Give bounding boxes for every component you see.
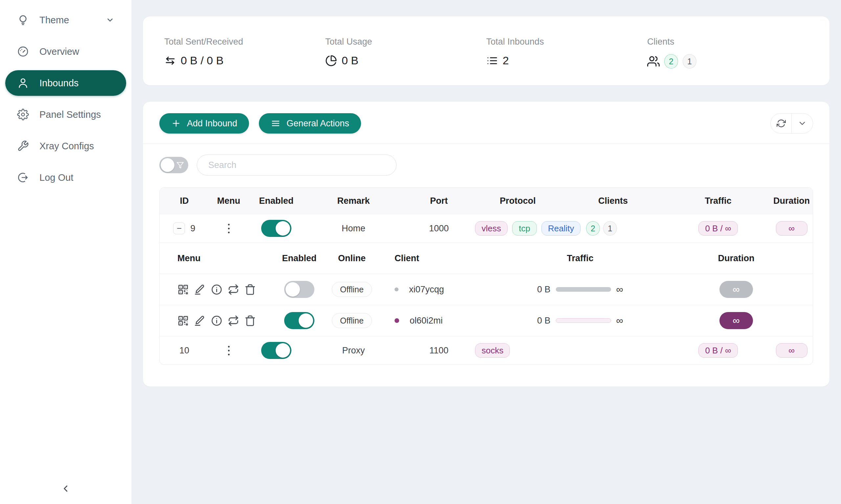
stat-total-inbounds: Total Inbounds 2 — [486, 37, 647, 85]
duration-pill[interactable]: ∞ — [776, 343, 807, 358]
filter-toggle[interactable] — [159, 157, 188, 173]
client-enabled-toggle[interactable] — [284, 312, 314, 329]
sidebar-item-label: Inbounds — [39, 78, 79, 89]
inbound-id: 9 — [190, 223, 195, 234]
traffic-pill: 0 B / ∞ — [699, 221, 738, 236]
clients-online-badge: 2 — [664, 54, 678, 69]
client-name: ol60i2mi — [410, 316, 443, 326]
sidebar-item-label: Panel Settings — [39, 109, 101, 120]
general-actions-label: General Actions — [287, 119, 349, 129]
add-inbound-button[interactable]: Add Inbound — [159, 113, 249, 133]
table-row-inbound-9: − 9 Home 1000 vless tcp Reality 2 — [160, 214, 813, 242]
protocol-tag-tcp: tcp — [512, 221, 537, 236]
sidebar-item-label: Theme — [39, 15, 69, 25]
reset-traffic-icon[interactable] — [228, 315, 239, 326]
subcol-header-client: Client — [377, 243, 474, 274]
general-actions-button[interactable]: General Actions — [259, 113, 361, 133]
subcol-header-menu: Menu — [160, 243, 271, 274]
clients-deactive-badge: 1 — [683, 54, 697, 69]
chevron-down-icon — [106, 16, 114, 24]
client-row-ol60i2mi: Offline ol60i2mi 0 B ∞ ∞ — [160, 305, 813, 336]
stat-total-sent-received: Total Sent/Received 0 B / 0 B — [164, 37, 325, 85]
inbound-port: 1100 — [403, 336, 475, 364]
stat-label: Total Usage — [325, 37, 486, 47]
stat-value: 0 B / 0 B — [181, 54, 223, 67]
table-header-row: ID Menu Enabled Remark Port Protocol Cli… — [160, 188, 813, 214]
inbound-port: 1000 — [403, 214, 475, 242]
row-menu-button[interactable] — [226, 222, 231, 235]
qr-code-icon[interactable] — [177, 284, 189, 295]
auto-refresh-dropdown-button[interactable] — [792, 113, 813, 133]
list-icon — [486, 55, 498, 67]
online-status-pill: Offline — [332, 282, 372, 297]
sidebar-item-xray-configs[interactable]: Xray Configs — [5, 133, 126, 159]
gauge-icon — [17, 46, 29, 57]
inbound-remark: Home — [304, 214, 403, 242]
sidebar-collapse-button[interactable] — [0, 483, 132, 496]
pie-chart-icon — [325, 55, 337, 67]
people-icon — [647, 55, 660, 68]
subcol-header-duration: Duration — [687, 243, 786, 274]
client-duration-button[interactable]: ∞ — [719, 312, 753, 329]
client-status-dot — [395, 287, 398, 291]
sidebar-item-inbounds[interactable]: Inbounds — [5, 70, 126, 96]
traffic-pill: 0 B / ∞ — [699, 343, 738, 358]
col-header-enabled: Enabled — [248, 188, 304, 214]
transfer-arrows-icon — [164, 55, 176, 67]
stat-clients: Clients 2 1 — [647, 37, 808, 85]
protocol-tag-socks: socks — [475, 343, 510, 358]
infinity-symbol: ∞ — [616, 284, 623, 295]
wrench-icon — [17, 140, 29, 152]
client-row-xi07ycqg: Offline xi07ycqg 0 B ∞ ∞ — [160, 274, 813, 305]
toggle-knob — [161, 158, 174, 172]
traffic-used: 0 B — [537, 285, 551, 295]
inbounds-panel: Add Inbound General Actions — [143, 102, 829, 386]
edit-pencil-icon[interactable] — [194, 315, 206, 326]
edit-pencil-icon[interactable] — [194, 284, 206, 295]
lightbulb-icon — [17, 14, 29, 26]
protocol-tag-vless: vless — [475, 221, 508, 236]
col-header-clients: Clients — [561, 188, 666, 214]
sidebar-item-panel-settings[interactable]: Panel Settings — [5, 102, 126, 127]
subcol-header-enabled: Enabled — [271, 243, 327, 274]
gear-icon — [17, 109, 29, 121]
search-input[interactable] — [197, 155, 396, 176]
col-header-id: ID — [160, 188, 209, 214]
reset-traffic-icon[interactable] — [228, 284, 239, 295]
refresh-button[interactable] — [771, 113, 792, 133]
inbound-enabled-toggle[interactable] — [261, 220, 291, 237]
traffic-used: 0 B — [537, 316, 551, 326]
toolbar: Add Inbound General Actions — [143, 102, 829, 143]
sidebar: Theme Overview Inbounds Panel Settings X… — [0, 0, 132, 504]
sidebar-item-overview[interactable]: Overview — [5, 39, 126, 64]
logout-icon — [17, 172, 29, 183]
sidebar-item-log-out[interactable]: Log Out — [5, 165, 126, 190]
col-header-port: Port — [403, 188, 475, 214]
sidebar-item-label: Xray Configs — [39, 141, 94, 151]
qr-code-icon[interactable] — [177, 315, 189, 326]
trash-icon[interactable] — [244, 284, 256, 295]
info-icon[interactable] — [211, 284, 222, 295]
row-clients-online-badge: 2 — [586, 221, 600, 236]
info-icon[interactable] — [211, 315, 222, 326]
stat-label: Clients — [647, 37, 808, 47]
col-header-traffic: Traffic — [666, 188, 771, 214]
client-enabled-toggle[interactable] — [284, 281, 314, 298]
trash-icon[interactable] — [244, 315, 256, 326]
chevron-left-icon — [60, 483, 71, 496]
clients-subtable-header: Menu Enabled Online Client Traffic Durat… — [160, 242, 813, 274]
col-header-protocol: Protocol — [475, 188, 561, 214]
stat-value: 2 — [503, 54, 509, 67]
chevron-down-icon — [797, 119, 807, 128]
row-clients-deactive-badge: 1 — [603, 221, 617, 236]
row-menu-button[interactable] — [226, 344, 231, 357]
inbound-remark: Proxy — [304, 336, 403, 364]
client-duration-button[interactable]: ∞ — [719, 281, 753, 298]
online-status-pill: Offline — [332, 313, 372, 328]
collapse-row-button[interactable]: − — [173, 222, 185, 234]
sidebar-item-theme[interactable]: Theme — [5, 7, 126, 33]
plus-icon — [171, 119, 181, 128]
inbound-enabled-toggle[interactable] — [261, 342, 291, 359]
duration-pill[interactable]: ∞ — [776, 221, 807, 236]
stat-value: 0 B — [342, 54, 358, 67]
